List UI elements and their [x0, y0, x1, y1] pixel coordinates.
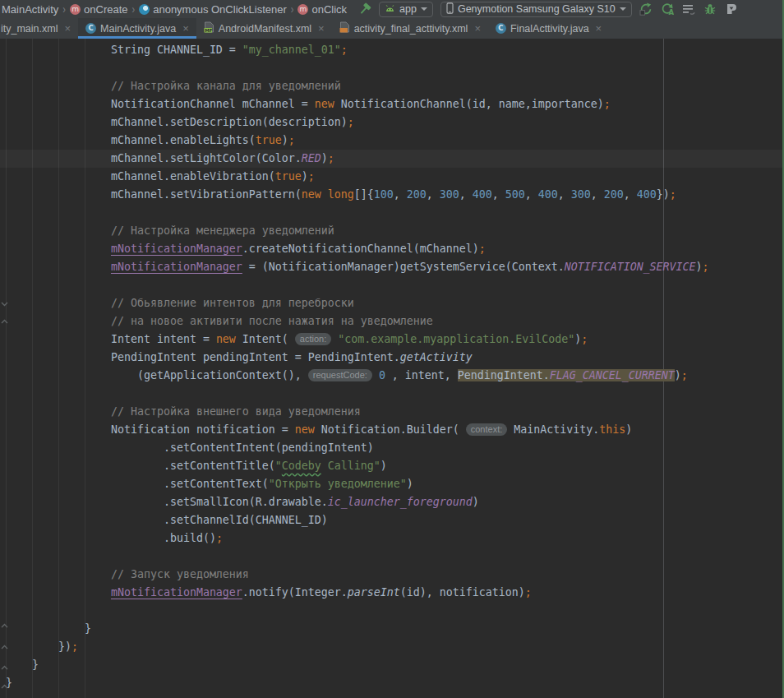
code-line: mChannel.enableVibration(true); — [0, 168, 784, 186]
tab-AndroidManifest.xml[interactable]: MFAndroidManifest.xml× — [196, 18, 332, 39]
fold-marker-icon[interactable] — [1, 641, 8, 649]
device-select[interactable]: Genymotion Samsung Galaxy S10 — [440, 2, 632, 17]
code-line: Notification notification = new Notifica… — [0, 421, 784, 439]
tab-label: AndroidManifest.xml — [219, 23, 311, 35]
phone-icon — [446, 2, 454, 16]
close-tab-icon[interactable]: × — [318, 23, 325, 34]
breadcrumb: MainActivity›monCreate›anonymous OnClick… — [2, 3, 347, 16]
code-line: mChannel.setLightColor(Color.RED); — [0, 150, 784, 168]
code-line: // Настройка канала для уведомлений — [0, 77, 784, 95]
apply-changes-icon[interactable]: A — [661, 2, 674, 16]
manifest-file-icon: MF — [204, 21, 214, 35]
breadcrumb-item[interactable]: MainActivity — [2, 3, 58, 16]
code-line — [0, 548, 784, 566]
tab-label: MainActivity.java — [100, 23, 176, 35]
tab-label: ity_main.xml — [1, 23, 58, 35]
breadcrumb-label: MainActivity — [2, 3, 58, 16]
code-line: .build(); — [0, 529, 784, 548]
code-area[interactable]: String CHANNEL_ID = "my_channel_01"; // … — [0, 41, 784, 692]
toolbar-actions: A — [639, 2, 738, 16]
code-line: NotificationChannel mChannel = new Notif… — [0, 95, 784, 113]
code-line: .setChannelId(CHANNEL_ID) — [0, 511, 784, 529]
code-line: mChannel.enableLights(true); — [0, 132, 784, 150]
run-config-label: app — [399, 3, 417, 15]
tab-label: activity_final_acttivity.xml — [354, 23, 468, 35]
code-line — [0, 602, 784, 620]
code-line: } — [0, 656, 784, 674]
close-tab-icon[interactable]: × — [596, 23, 602, 34]
class-icon: C — [496, 23, 506, 34]
anonymous-class-icon — [139, 4, 150, 15]
code-line: .setContentIntent(pendingIntent) — [0, 439, 784, 457]
device-label: Genymotion Samsung Galaxy S10 — [458, 3, 616, 15]
breadcrumb-item[interactable]: monClick — [297, 3, 347, 16]
close-tab-icon[interactable]: × — [64, 23, 71, 34]
code-line: mChannel.setDescription(description); — [0, 113, 784, 132]
fold-marker-icon[interactable] — [1, 681, 8, 688]
code-line — [0, 59, 784, 77]
code-line: // Запуск уведомления — [0, 566, 784, 584]
profile-icon[interactable] — [682, 2, 695, 16]
svg-text:MF: MF — [205, 28, 212, 33]
code-line — [0, 276, 784, 294]
fold-marker-icon[interactable] — [1, 662, 8, 669]
code-line: } — [0, 620, 784, 638]
editor-tabs: ity_main.xml×CMainActivity.java×MFAndroi… — [0, 18, 784, 39]
code-line: .setContentTitle("Codeby Calling") — [0, 457, 784, 475]
code-line: mNotificationManager = (NotificationMana… — [0, 258, 784, 276]
main-toolbar: MainActivity›monCreate›anonymous OnClick… — [0, 0, 784, 18]
code-line: Intent intent = new Intent( action: "com… — [0, 331, 784, 349]
code-line: PendingIntent pendingIntent = PendingInt… — [0, 349, 784, 367]
fold-marker-icon[interactable] — [1, 620, 8, 627]
breadcrumb-separator: › — [62, 2, 66, 16]
tab-ity_main.xml[interactable]: ity_main.xml× — [0, 18, 78, 39]
svg-text:A: A — [668, 8, 674, 16]
breadcrumb-label: onCreate — [84, 3, 127, 16]
code-line: // Настройка внешнего вида уведомления — [0, 403, 784, 421]
debug-icon[interactable] — [703, 2, 717, 16]
chevron-down-icon — [620, 7, 626, 11]
code-line: String CHANNEL_ID = "my_channel_01"; — [0, 41, 784, 59]
class-icon: C — [85, 23, 96, 34]
tab-MainActivity.java[interactable]: CMainActivity.java× — [78, 18, 196, 39]
close-tab-icon[interactable]: × — [474, 23, 481, 34]
code-line: }); — [0, 638, 784, 656]
fold-marker-icon[interactable] — [1, 316, 8, 323]
profiler-icon[interactable] — [725, 2, 738, 16]
close-tab-icon[interactable]: × — [182, 23, 189, 34]
method-icon: m — [70, 4, 81, 15]
build-hammer-icon[interactable] — [358, 2, 371, 16]
tab-label: FinalActtivity.java — [510, 23, 589, 35]
code-line: // Настройка менеджера уведомлений — [0, 222, 784, 240]
code-line: // на новое активити после нажатия на ув… — [0, 312, 784, 331]
code-line: mNotificationManager.createNotificationC… — [0, 240, 784, 258]
breadcrumb-item[interactable]: anonymous OnClickListener — [139, 3, 287, 16]
code-line: mChannel.setVibrationPattern(new long[]{… — [0, 186, 784, 204]
breadcrumb-label: onClick — [311, 3, 347, 16]
breadcrumb-separator: › — [291, 2, 294, 16]
code-line: // Обьявление интентов для переброски — [0, 294, 784, 312]
method-icon: m — [297, 4, 308, 15]
tab-activity_final_acttivity.xml[interactable]: activity_final_acttivity.xml× — [332, 18, 488, 39]
breadcrumb-item[interactable]: monCreate — [70, 3, 127, 16]
code-line — [0, 385, 784, 403]
layout-xml-file-icon — [339, 21, 350, 35]
code-line: } — [0, 674, 784, 692]
code-line: .setContentText("Открыть уведомление") — [0, 475, 784, 493]
tab-FinalActtivity.java[interactable]: CFinalActtivity.java× — [488, 18, 609, 39]
code-line: (getApplicationContext(), requestCode: 0… — [0, 367, 784, 385]
chevron-down-icon — [421, 7, 427, 11]
code-line — [0, 204, 784, 222]
code-editor[interactable]: String CHANNEL_ID = "my_channel_01"; // … — [0, 39, 784, 698]
run-config-select[interactable]: app — [379, 2, 433, 17]
rerun-icon[interactable] — [639, 2, 653, 16]
android-icon — [385, 3, 395, 15]
code-line: .setSmallIcon(R.drawable.ic_launcher_for… — [0, 493, 784, 511]
breadcrumb-separator: › — [132, 2, 136, 16]
fold-marker-icon[interactable] — [1, 298, 8, 305]
breadcrumb-label: anonymous OnClickListener — [153, 3, 287, 16]
code-line: mNotificationManager.notify(Integer.pars… — [0, 584, 784, 602]
